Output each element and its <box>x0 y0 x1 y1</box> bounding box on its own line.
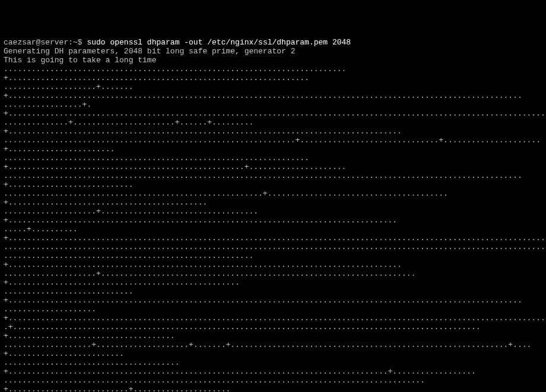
prompt-user-1: caezsar@server:~$ <box>4 38 87 47</box>
output-line-1: Generating DH parameters, 2048 bit long … <box>4 47 295 56</box>
dh-progress-output: ........................................… <box>4 65 546 392</box>
command-text: sudo openssl dhparam -out /etc/nginx/ssl… <box>87 38 351 47</box>
output-line-2: This is going to take a long time <box>4 56 156 65</box>
